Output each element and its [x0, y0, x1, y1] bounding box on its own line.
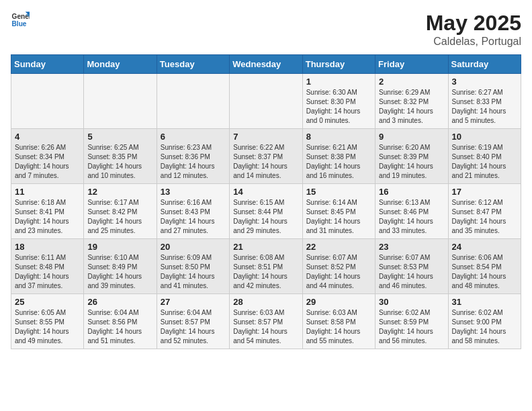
- day-number: 10: [452, 132, 517, 142]
- header-friday: Friday: [375, 55, 448, 74]
- day-cell: [230, 74, 302, 129]
- day-cell: 14Sunrise: 6:15 AMSunset: 8:44 PMDayligh…: [230, 184, 302, 239]
- day-number: 7: [233, 132, 298, 142]
- day-cell: 22Sunrise: 6:07 AMSunset: 8:52 PMDayligh…: [302, 239, 375, 294]
- day-cell: 31Sunrise: 6:02 AMSunset: 9:00 PMDayligh…: [448, 294, 521, 349]
- day-info: Sunrise: 6:30 AMSunset: 8:30 PMDaylight:…: [306, 88, 371, 126]
- day-number: 2: [379, 77, 444, 87]
- day-number: 11: [15, 187, 80, 197]
- day-info: Sunrise: 6:03 AMSunset: 8:57 PMDaylight:…: [233, 308, 298, 346]
- day-cell: 29Sunrise: 6:03 AMSunset: 8:58 PMDayligh…: [302, 294, 375, 349]
- day-info: Sunrise: 6:08 AMSunset: 8:51 PMDaylight:…: [233, 253, 298, 291]
- day-info: Sunrise: 6:22 AMSunset: 8:37 PMDaylight:…: [233, 143, 298, 181]
- day-info: Sunrise: 6:05 AMSunset: 8:55 PMDaylight:…: [15, 308, 80, 346]
- calendar-header-row: SundayMondayTuesdayWednesdayThursdayFrid…: [11, 55, 521, 74]
- title-month: May 2025: [426, 11, 521, 36]
- day-number: 31: [452, 297, 517, 307]
- day-number: 18: [15, 242, 80, 252]
- day-info: Sunrise: 6:15 AMSunset: 8:44 PMDaylight:…: [233, 198, 298, 236]
- day-cell: 18Sunrise: 6:11 AMSunset: 8:48 PMDayligh…: [11, 239, 84, 294]
- day-cell: 12Sunrise: 6:17 AMSunset: 8:42 PMDayligh…: [84, 184, 157, 239]
- day-cell: 9Sunrise: 6:20 AMSunset: 8:39 PMDaylight…: [375, 129, 448, 184]
- day-cell: 8Sunrise: 6:21 AMSunset: 8:38 PMDaylight…: [302, 129, 375, 184]
- day-cell: 23Sunrise: 6:07 AMSunset: 8:53 PMDayligh…: [375, 239, 448, 294]
- day-info: Sunrise: 6:03 AMSunset: 8:58 PMDaylight:…: [306, 308, 371, 346]
- header-tuesday: Tuesday: [157, 55, 229, 74]
- day-info: Sunrise: 6:21 AMSunset: 8:38 PMDaylight:…: [306, 143, 371, 181]
- day-number: 5: [87, 132, 152, 142]
- logo: General Blue: [11, 11, 30, 30]
- day-number: 16: [379, 187, 444, 197]
- day-number: 14: [233, 187, 298, 197]
- day-number: 28: [233, 297, 298, 307]
- header-saturday: Saturday: [448, 55, 521, 74]
- day-number: 8: [306, 132, 371, 142]
- day-cell: 6Sunrise: 6:23 AMSunset: 8:36 PMDaylight…: [157, 129, 229, 184]
- page-header: General Blue May 2025 Caldelas, Portugal: [11, 11, 521, 48]
- day-info: Sunrise: 6:04 AMSunset: 8:56 PMDaylight:…: [87, 308, 152, 346]
- day-info: Sunrise: 6:29 AMSunset: 8:32 PMDaylight:…: [379, 88, 444, 126]
- svg-text:Blue: Blue: [12, 20, 27, 28]
- day-cell: 26Sunrise: 6:04 AMSunset: 8:56 PMDayligh…: [84, 294, 157, 349]
- day-number: 22: [306, 242, 371, 252]
- day-cell: 24Sunrise: 6:06 AMSunset: 8:54 PMDayligh…: [448, 239, 521, 294]
- day-cell: [157, 74, 229, 129]
- day-info: Sunrise: 6:18 AMSunset: 8:41 PMDaylight:…: [15, 198, 80, 236]
- day-number: 23: [379, 242, 444, 252]
- day-number: 26: [87, 297, 152, 307]
- day-cell: 27Sunrise: 6:04 AMSunset: 8:57 PMDayligh…: [157, 294, 229, 349]
- day-cell: 30Sunrise: 6:02 AMSunset: 8:59 PMDayligh…: [375, 294, 448, 349]
- day-cell: 20Sunrise: 6:09 AMSunset: 8:50 PMDayligh…: [157, 239, 229, 294]
- day-cell: [84, 74, 157, 129]
- day-info: Sunrise: 6:20 AMSunset: 8:39 PMDaylight:…: [379, 143, 444, 181]
- day-number: 25: [15, 297, 80, 307]
- week-row-5: 25Sunrise: 6:05 AMSunset: 8:55 PMDayligh…: [11, 294, 521, 349]
- day-info: Sunrise: 6:23 AMSunset: 8:36 PMDaylight:…: [161, 143, 226, 181]
- day-cell: 25Sunrise: 6:05 AMSunset: 8:55 PMDayligh…: [11, 294, 84, 349]
- calendar-table: SundayMondayTuesdayWednesdayThursdayFrid…: [11, 54, 521, 349]
- day-cell: 17Sunrise: 6:12 AMSunset: 8:47 PMDayligh…: [448, 184, 521, 239]
- header-wednesday: Wednesday: [230, 55, 302, 74]
- day-info: Sunrise: 6:07 AMSunset: 8:52 PMDaylight:…: [306, 253, 371, 291]
- day-number: 19: [87, 242, 152, 252]
- day-number: 17: [452, 187, 517, 197]
- day-cell: 11Sunrise: 6:18 AMSunset: 8:41 PMDayligh…: [11, 184, 84, 239]
- day-cell: 2Sunrise: 6:29 AMSunset: 8:32 PMDaylight…: [375, 74, 448, 129]
- title-block: May 2025 Caldelas, Portugal: [426, 11, 521, 48]
- day-number: 9: [379, 132, 444, 142]
- week-row-4: 18Sunrise: 6:11 AMSunset: 8:48 PMDayligh…: [11, 239, 521, 294]
- title-location: Caldelas, Portugal: [426, 36, 521, 48]
- day-info: Sunrise: 6:14 AMSunset: 8:45 PMDaylight:…: [306, 198, 371, 236]
- day-info: Sunrise: 6:10 AMSunset: 8:49 PMDaylight:…: [87, 253, 152, 291]
- day-info: Sunrise: 6:17 AMSunset: 8:42 PMDaylight:…: [87, 198, 152, 236]
- day-cell: 13Sunrise: 6:16 AMSunset: 8:43 PMDayligh…: [157, 184, 229, 239]
- day-info: Sunrise: 6:26 AMSunset: 8:34 PMDaylight:…: [15, 143, 80, 181]
- day-number: 6: [161, 132, 226, 142]
- day-number: 13: [161, 187, 226, 197]
- day-cell: 15Sunrise: 6:14 AMSunset: 8:45 PMDayligh…: [302, 184, 375, 239]
- day-cell: 28Sunrise: 6:03 AMSunset: 8:57 PMDayligh…: [230, 294, 302, 349]
- week-row-2: 4Sunrise: 6:26 AMSunset: 8:34 PMDaylight…: [11, 129, 521, 184]
- day-number: 29: [306, 297, 371, 307]
- day-number: 12: [87, 187, 152, 197]
- day-info: Sunrise: 6:02 AMSunset: 8:59 PMDaylight:…: [379, 308, 444, 346]
- day-number: 15: [306, 187, 371, 197]
- day-number: 1: [306, 77, 371, 87]
- header-thursday: Thursday: [302, 55, 375, 74]
- day-cell: 4Sunrise: 6:26 AMSunset: 8:34 PMDaylight…: [11, 129, 84, 184]
- day-cell: 5Sunrise: 6:25 AMSunset: 8:35 PMDaylight…: [84, 129, 157, 184]
- day-cell: 7Sunrise: 6:22 AMSunset: 8:37 PMDaylight…: [230, 129, 302, 184]
- day-info: Sunrise: 6:04 AMSunset: 8:57 PMDaylight:…: [161, 308, 226, 346]
- day-info: Sunrise: 6:16 AMSunset: 8:43 PMDaylight:…: [161, 198, 226, 236]
- day-info: Sunrise: 6:02 AMSunset: 9:00 PMDaylight:…: [452, 308, 517, 346]
- day-info: Sunrise: 6:19 AMSunset: 8:40 PMDaylight:…: [452, 143, 517, 181]
- day-info: Sunrise: 6:11 AMSunset: 8:48 PMDaylight:…: [15, 253, 80, 291]
- day-cell: 1Sunrise: 6:30 AMSunset: 8:30 PMDaylight…: [302, 74, 375, 129]
- day-info: Sunrise: 6:25 AMSunset: 8:35 PMDaylight:…: [87, 143, 152, 181]
- day-info: Sunrise: 6:09 AMSunset: 8:50 PMDaylight:…: [161, 253, 226, 291]
- day-number: 27: [161, 297, 226, 307]
- day-number: 21: [233, 242, 298, 252]
- day-info: Sunrise: 6:12 AMSunset: 8:47 PMDaylight:…: [452, 198, 517, 236]
- day-info: Sunrise: 6:27 AMSunset: 8:33 PMDaylight:…: [452, 88, 517, 126]
- day-number: 20: [161, 242, 226, 252]
